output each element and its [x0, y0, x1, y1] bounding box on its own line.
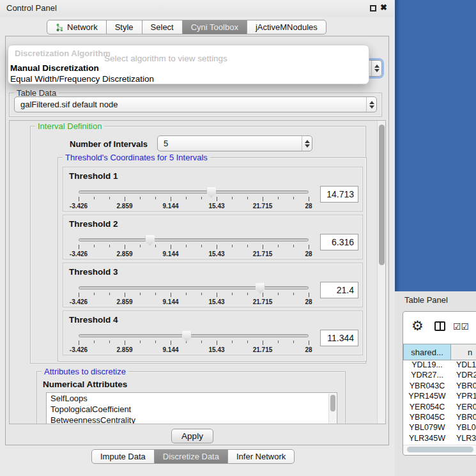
- close-icon[interactable]: ✖: [380, 3, 387, 12]
- slider-tick: [171, 341, 171, 345]
- horizontal-scrollbar[interactable]: [403, 445, 476, 453]
- split-columns-icon[interactable]: [434, 321, 445, 331]
- list-scrollbar-thumb[interactable]: [330, 395, 335, 411]
- slider-tick: [125, 245, 125, 249]
- slider-tick: [217, 245, 217, 249]
- slider-tick: [109, 245, 110, 247]
- slider-track[interactable]: [79, 334, 309, 337]
- slider-tick: [201, 245, 202, 247]
- tab-label: Style: [115, 22, 134, 32]
- tab-network[interactable]: Network: [47, 20, 107, 35]
- slider-tick: [232, 293, 233, 295]
- table-row[interactable]: YDR27...YDR2: [403, 371, 476, 381]
- numerical-attributes-list[interactable]: SelfLoopsTopologicalCoefficientBetweenne…: [46, 392, 337, 424]
- slider-thumb[interactable]: [206, 187, 216, 198]
- table-row[interactable]: YPR145WYPR1: [403, 392, 476, 402]
- slider-tick: [140, 197, 141, 199]
- slider-tick: [155, 341, 156, 343]
- attribute-list-item[interactable]: BetweennessCentrality: [47, 415, 337, 424]
- bottom-tab-impute-data[interactable]: Impute Data: [91, 449, 155, 464]
- tab-label: jActiveMNodules: [256, 22, 318, 32]
- cell-name: YLR3: [451, 434, 476, 444]
- panel-title: Control Panel: [6, 3, 57, 13]
- horizontal-scrollbar-thumb[interactable]: [407, 447, 473, 452]
- tab-label: Impute Data: [100, 452, 146, 461]
- threshold-value-field[interactable]: 11.344: [320, 330, 358, 346]
- cell-shared-name: YDR27...: [403, 371, 451, 381]
- slider-tick: [201, 341, 202, 343]
- slider-tick: [109, 293, 110, 295]
- cell-shared-name: YDL19...: [403, 360, 451, 371]
- threshold-label: Threshold 4: [69, 315, 118, 325]
- stepper-arrows-icon[interactable]: [371, 61, 381, 76]
- tab-label: Select: [151, 22, 174, 32]
- slider-tick: [293, 293, 294, 295]
- slider-tick: [263, 197, 263, 201]
- checkboxes-icon[interactable]: ☑☑: [453, 321, 469, 332]
- table-row[interactable]: YER054CYER0: [403, 403, 476, 413]
- slider-tick-label: -3.426: [70, 203, 88, 210]
- threshold-panel: Threshold 1-3.4262.8599.14415.4321.71528…: [63, 167, 363, 211]
- threshold-value-field[interactable]: 21.4: [320, 282, 358, 298]
- slider-track[interactable]: [79, 190, 309, 194]
- cell-shared-name: YBR043C: [403, 381, 451, 392]
- slider-tick: [109, 197, 110, 199]
- tab-select[interactable]: Select: [142, 20, 183, 35]
- apply-button[interactable]: Apply: [171, 429, 213, 443]
- tab-style[interactable]: Style: [106, 20, 142, 35]
- column-header-shared[interactable]: shared...: [403, 344, 451, 360]
- number-of-intervals-combobox[interactable]: 5: [157, 135, 312, 151]
- network-icon: [56, 23, 64, 32]
- top-tab-bar: NetworkStyleSelectCyni ToolboxjActiveMNo…: [47, 20, 326, 35]
- algorithm-option[interactable]: Manual Discretization: [10, 63, 99, 73]
- threshold-label: Threshold 2: [69, 219, 118, 229]
- table-row[interactable]: YBL079WYBL0: [403, 423, 476, 433]
- attribute-list-item[interactable]: SelfLoops: [47, 393, 337, 404]
- stepper-arrows-icon[interactable]: [366, 97, 376, 112]
- slider-track[interactable]: [79, 238, 309, 242]
- number-of-intervals-value: 5: [158, 139, 302, 148]
- slider-thumb[interactable]: [182, 331, 192, 342]
- slider-track[interactable]: [79, 286, 309, 289]
- gear-icon[interactable]: ⚙: [411, 318, 424, 334]
- bottom-tab-discretize-data[interactable]: Discretize Data: [154, 449, 228, 464]
- table-row[interactable]: YLR345WYLR3: [403, 434, 476, 444]
- slider-thumb[interactable]: [145, 235, 155, 246]
- slider-tick: [186, 293, 187, 295]
- cell-name: YDL1: [451, 360, 476, 371]
- vertical-scrollbar-thumb[interactable]: [379, 125, 385, 265]
- tab-jactivemnodules[interactable]: jActiveMNodules: [247, 20, 326, 35]
- stepper-arrows-icon[interactable]: [302, 136, 312, 151]
- algorithm-option[interactable]: Equal Width/Frequency Discretization: [10, 74, 154, 84]
- tab-label: Network: [67, 22, 98, 32]
- slider-tick: [186, 245, 187, 247]
- cell-shared-name: YLR345W: [403, 434, 451, 444]
- slider-tick: [278, 293, 279, 295]
- slider-tick-label: 9.144: [162, 203, 178, 210]
- table-row[interactable]: YBR043CYBR0: [403, 381, 476, 392]
- slider-tick: [217, 293, 217, 297]
- slider-tick-label: 21.715: [253, 346, 273, 353]
- float-icon[interactable]: [370, 5, 376, 12]
- bottom-tab-infer-network[interactable]: Infer Network: [227, 449, 295, 464]
- tab-cyni-toolbox[interactable]: Cyni Toolbox: [182, 20, 247, 35]
- cell-shared-name: YBL079W: [403, 423, 451, 433]
- slider-tick: [201, 293, 202, 295]
- attribute-list-item[interactable]: TopologicalCoefficient: [47, 404, 337, 415]
- numerical-attributes-label: Numerical Attributes: [43, 380, 127, 389]
- threshold-value-field[interactable]: 6.316: [320, 234, 358, 250]
- cell-name: YDR2: [451, 371, 476, 381]
- interval-definition-group: Interval Definition Number of Intervals …: [30, 126, 366, 364]
- threshold-value-field[interactable]: 14.713: [320, 186, 358, 203]
- column-header-name[interactable]: n: [451, 344, 476, 360]
- threshold-label: Threshold 1: [69, 171, 118, 181]
- table-row[interactable]: YBR045CYBR0: [403, 413, 476, 423]
- list-scrollbar[interactable]: [328, 394, 336, 424]
- table-row[interactable]: YDL19...YDL1: [403, 360, 476, 371]
- table-data-combobox[interactable]: galFiltered.sif default node: [14, 96, 377, 112]
- vertical-scrollbar[interactable]: [377, 121, 385, 424]
- slider-thumb[interactable]: [256, 283, 265, 294]
- settings-scrollpane: Interval Definition Number of Intervals …: [9, 120, 386, 424]
- slider-tick-label: 2.859: [116, 298, 132, 305]
- slider-tick: [278, 245, 279, 247]
